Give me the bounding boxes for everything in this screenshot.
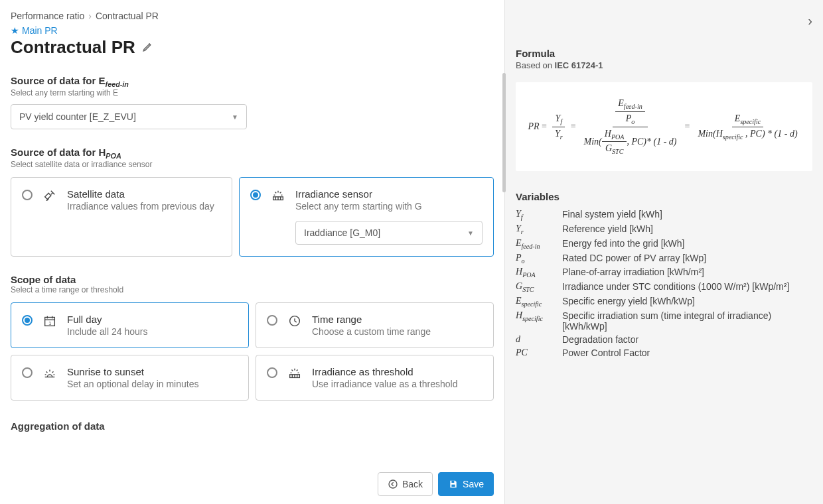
variable-desc: Irradiance under STC conditions (1000 W/…: [562, 280, 812, 294]
radio-icon: [267, 367, 277, 378]
variable-row: dDegradation factor: [516, 333, 812, 346]
breadcrumb-lvl2[interactable]: Contractual PR: [96, 11, 159, 21]
variable-symbol: PC: [516, 346, 562, 359]
variable-desc: Specific irradiation sum (time integral …: [562, 309, 812, 333]
breadcrumb-lvl1[interactable]: Performance ratio: [11, 11, 84, 21]
based-on-prefix: Based on: [516, 60, 555, 70]
option-satellite-data[interactable]: Satellite data Irradiance values from pr…: [11, 177, 232, 257]
option-sub: Select any term starting with G: [295, 201, 483, 212]
scrollbar-thumb[interactable]: [502, 73, 506, 192]
save-icon: [448, 479, 459, 489]
scroll-fade: [11, 442, 494, 455]
variable-symbol: Yf: [516, 208, 562, 222]
svg-rect-6: [451, 485, 455, 487]
efeedin-value: PV yield counter [E_Z_EVU]: [19, 111, 136, 122]
hpoa-label: Source of data for HPOA: [11, 147, 494, 160]
option-time-range[interactable]: Time range Choose a custom time range: [256, 302, 494, 348]
variable-desc: Degradation factor: [562, 333, 812, 346]
variables-title: Variables: [516, 191, 812, 202]
hpoa-label-sub: POA: [106, 152, 121, 160]
option-irradiance-sensor[interactable]: Irradiance sensor Select any term starti…: [239, 177, 494, 257]
radio-icon: [250, 190, 261, 200]
option-title: Full day: [67, 314, 238, 325]
option-title: Irradiance as threshold: [312, 366, 483, 377]
efeedin-dropdown[interactable]: PV yield counter [E_Z_EVU] ▼: [11, 104, 247, 129]
star-icon: ★: [11, 25, 19, 36]
chevron-right-icon[interactable]: ›: [808, 13, 812, 29]
formula-title: Formula: [516, 48, 812, 59]
radio-icon: [22, 315, 33, 326]
radio-icon: [267, 315, 277, 326]
variable-symbol: Especific: [516, 294, 562, 309]
option-sub: Use irradiance value as a threshold: [312, 379, 483, 389]
caret-down-icon: ▼: [232, 113, 238, 121]
variable-row: PCPower Control Factor: [516, 346, 812, 359]
main-pr-label: Main PR: [22, 25, 58, 36]
clock-icon: [287, 314, 303, 328]
caret-down-icon: ▼: [467, 229, 474, 237]
option-sub: Choose a custom time range: [312, 326, 483, 337]
page-title: Contractual PR: [11, 37, 135, 58]
irradiance-sensor-icon: [270, 188, 286, 203]
variables-table: YfFinal system yield [kWh]YrReference yi…: [516, 208, 812, 359]
main-pr-badge[interactable]: ★ Main PR: [11, 25, 494, 36]
variable-desc: Plane-of-array irradiation [kWh/m²]: [562, 265, 812, 280]
irradiance-threshold-icon: [287, 366, 303, 381]
scope-hint: Select a time range or threshold: [11, 285, 494, 294]
svg-text:1: 1: [48, 320, 51, 326]
variable-symbol: d: [516, 333, 562, 346]
option-irradiance-threshold[interactable]: Irradiance as threshold Use irradiance v…: [256, 355, 494, 401]
option-sub: Set an optional delay in minutes: [67, 379, 238, 389]
back-label: Back: [402, 479, 423, 489]
option-title: Sunrise to sunset: [67, 366, 238, 377]
hpoa-label-text: Source of data for H: [11, 147, 106, 158]
save-button[interactable]: Save: [438, 472, 494, 496]
save-label: Save: [463, 479, 484, 489]
formula-display: PR = YfYr = Efeed-inPo Min(HPOAGSTC, PC)…: [516, 82, 812, 171]
radio-icon: [22, 190, 33, 200]
variable-row: PoRated DC power of PV array [kWp]: [516, 251, 812, 266]
svg-point-5: [389, 480, 397, 488]
option-sub: Include all 24 hours: [67, 326, 238, 337]
back-arrow-icon: [388, 479, 398, 489]
variable-symbol: Hspecific: [516, 309, 562, 333]
option-title: Satellite data: [67, 188, 221, 200]
efeedin-label-text: Source of data for E: [11, 75, 106, 86]
variable-desc: Final system yield [kWh]: [562, 208, 812, 222]
radio-icon: [22, 367, 33, 378]
scope-label: Scope of data: [11, 274, 494, 285]
irradiance-term-value: Iraddiance [G_M0]: [304, 227, 380, 238]
variable-row: YfFinal system yield [kWh]: [516, 208, 812, 222]
variable-row: Efeed-inEnergy fed into the grid [kWh]: [516, 237, 812, 251]
option-title: Irradiance sensor: [295, 188, 483, 200]
variable-desc: Power Control Factor: [562, 346, 812, 359]
variable-symbol: HPOA: [516, 265, 562, 280]
hpoa-hint: Select satellite data or irradiance sens…: [11, 160, 494, 169]
irradiance-term-dropdown[interactable]: Iraddiance [G_M0] ▼: [295, 221, 483, 245]
option-sunrise-sunset[interactable]: Sunrise to sunset Set an optional delay …: [11, 355, 249, 401]
variable-row: EspecificSpecific energy yield [kWh/kWp]: [516, 294, 812, 309]
chevron-right-icon: ›: [88, 11, 92, 21]
option-full-day[interactable]: 1 Full day Include all 24 hours: [11, 302, 249, 348]
breadcrumb: Performance ratio › Contractual PR: [11, 11, 494, 21]
efeedin-label-sub: feed-in: [106, 80, 129, 88]
satellite-icon: [42, 188, 58, 203]
variable-desc: Energy fed into the grid [kWh]: [562, 237, 812, 251]
variable-row: HPOAPlane-of-array irradiation [kWh/m²]: [516, 265, 812, 280]
variable-symbol: Yr: [516, 222, 562, 237]
option-title: Time range: [312, 314, 483, 325]
variable-row: YrReference yield [kWh]: [516, 222, 812, 237]
formula-based-on: Based on IEC 61724-1: [516, 60, 812, 70]
based-on-standard: IEC 61724-1: [555, 60, 603, 70]
variable-row: GSTCIrradiance under STC conditions (100…: [516, 280, 812, 294]
variable-symbol: Po: [516, 251, 562, 266]
back-button[interactable]: Back: [378, 472, 433, 496]
section-hpoa: Source of data for HPOA Select satellite…: [11, 147, 494, 257]
sunrise-icon: [42, 366, 58, 381]
section-scope: Scope of data Select a time range or thr…: [11, 274, 494, 401]
variable-desc: Reference yield [kWh]: [562, 222, 812, 237]
variable-desc: Specific energy yield [kWh/kWp]: [562, 294, 812, 309]
edit-icon[interactable]: [142, 40, 154, 55]
efeedin-hint: Select any term starting with E: [11, 88, 494, 97]
section-efeedin: Source of data for Efeed-in Select any t…: [11, 75, 494, 129]
